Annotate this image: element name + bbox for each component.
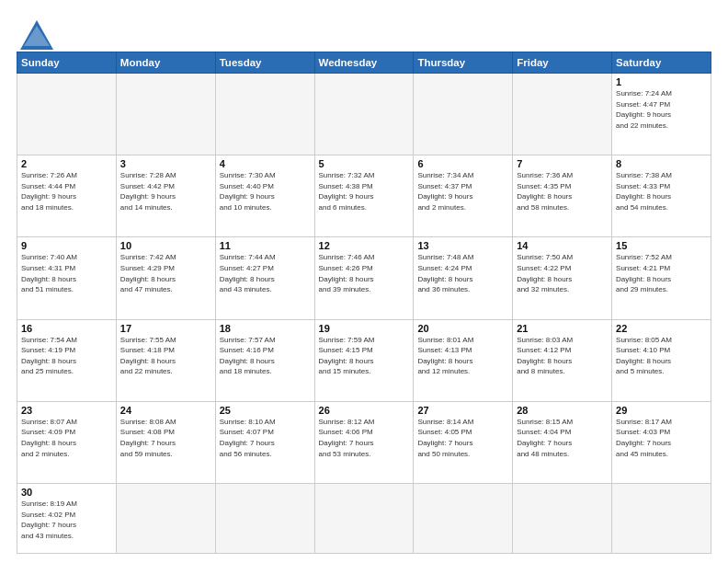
calendar-cell: 12Sunrise: 7:46 AM Sunset: 4:26 PM Dayli… bbox=[314, 237, 414, 319]
day-number: 21 bbox=[517, 323, 608, 334]
day-info: Sunrise: 7:34 AM Sunset: 4:37 PM Dayligh… bbox=[417, 170, 508, 213]
calendar-cell bbox=[314, 484, 414, 554]
day-number: 16 bbox=[21, 323, 112, 334]
calendar-week-1: 2Sunrise: 7:26 AM Sunset: 4:44 PM Daylig… bbox=[17, 155, 711, 237]
calendar-cell bbox=[116, 74, 215, 155]
calendar-cell bbox=[215, 484, 314, 554]
day-info: Sunrise: 8:07 AM Sunset: 4:09 PM Dayligh… bbox=[21, 417, 112, 459]
day-info: Sunrise: 7:36 AM Sunset: 4:35 PM Dayligh… bbox=[517, 170, 608, 213]
day-number: 25 bbox=[220, 405, 311, 416]
calendar-cell: 6Sunrise: 7:34 AM Sunset: 4:37 PM Daylig… bbox=[414, 155, 513, 237]
calendar-cell: 5Sunrise: 7:32 AM Sunset: 4:38 PM Daylig… bbox=[314, 155, 414, 237]
calendar-cell: 3Sunrise: 7:28 AM Sunset: 4:42 PM Daylig… bbox=[116, 155, 215, 237]
calendar-cell: 9Sunrise: 7:40 AM Sunset: 4:31 PM Daylig… bbox=[17, 237, 117, 319]
calendar-cell bbox=[612, 484, 711, 554]
day-number: 14 bbox=[517, 240, 608, 251]
day-info: Sunrise: 7:44 AM Sunset: 4:27 PM Dayligh… bbox=[220, 252, 311, 294]
calendar-cell: 2Sunrise: 7:26 AM Sunset: 4:44 PM Daylig… bbox=[17, 155, 117, 237]
day-number: 10 bbox=[120, 240, 211, 251]
calendar-cell: 11Sunrise: 7:44 AM Sunset: 4:27 PM Dayli… bbox=[215, 237, 314, 319]
calendar-cell: 26Sunrise: 8:12 AM Sunset: 4:06 PM Dayli… bbox=[314, 401, 414, 483]
calendar-cell: 8Sunrise: 7:38 AM Sunset: 4:33 PM Daylig… bbox=[612, 155, 711, 237]
day-number: 18 bbox=[220, 323, 311, 334]
calendar-cell bbox=[513, 74, 612, 155]
calendar-cell bbox=[116, 484, 215, 554]
calendar-cell: 10Sunrise: 7:42 AM Sunset: 4:29 PM Dayli… bbox=[116, 237, 215, 319]
day-info: Sunrise: 7:24 AM Sunset: 4:47 PM Dayligh… bbox=[616, 88, 707, 131]
calendar-cell: 30Sunrise: 8:19 AM Sunset: 4:02 PM Dayli… bbox=[17, 484, 117, 554]
day-info: Sunrise: 7:55 AM Sunset: 4:18 PM Dayligh… bbox=[120, 335, 211, 377]
calendar-cell: 14Sunrise: 7:50 AM Sunset: 4:22 PM Dayli… bbox=[513, 237, 612, 319]
day-number: 24 bbox=[120, 405, 211, 416]
col-header-sunday: Sunday bbox=[17, 52, 117, 74]
day-info: Sunrise: 7:52 AM Sunset: 4:21 PM Dayligh… bbox=[616, 252, 707, 294]
calendar-cell: 23Sunrise: 8:07 AM Sunset: 4:09 PM Dayli… bbox=[17, 401, 117, 483]
day-number: 6 bbox=[417, 158, 508, 169]
page: SundayMondayTuesdayWednesdayThursdayFrid… bbox=[0, 0, 728, 563]
calendar-cell bbox=[513, 484, 612, 554]
col-header-wednesday: Wednesday bbox=[314, 52, 414, 74]
calendar-cell bbox=[215, 74, 314, 155]
calendar-cell: 16Sunrise: 7:54 AM Sunset: 4:19 PM Dayli… bbox=[17, 319, 117, 401]
calendar-cell bbox=[314, 74, 414, 155]
day-number: 30 bbox=[21, 487, 112, 498]
calendar-cell: 18Sunrise: 7:57 AM Sunset: 4:16 PM Dayli… bbox=[215, 319, 314, 401]
day-info: Sunrise: 8:08 AM Sunset: 4:08 PM Dayligh… bbox=[120, 417, 211, 459]
calendar-cell bbox=[17, 74, 117, 155]
day-info: Sunrise: 7:32 AM Sunset: 4:38 PM Dayligh… bbox=[319, 170, 410, 213]
day-number: 19 bbox=[319, 323, 410, 334]
calendar-header-row: SundayMondayTuesdayWednesdayThursdayFrid… bbox=[17, 52, 711, 74]
calendar-cell: 24Sunrise: 8:08 AM Sunset: 4:08 PM Dayli… bbox=[116, 401, 215, 483]
calendar-cell bbox=[414, 484, 513, 554]
day-info: Sunrise: 7:50 AM Sunset: 4:22 PM Dayligh… bbox=[517, 252, 608, 294]
day-info: Sunrise: 7:57 AM Sunset: 4:16 PM Dayligh… bbox=[220, 335, 311, 377]
calendar-cell: 7Sunrise: 7:36 AM Sunset: 4:35 PM Daylig… bbox=[513, 155, 612, 237]
day-number: 2 bbox=[21, 158, 112, 169]
calendar-week-3: 16Sunrise: 7:54 AM Sunset: 4:19 PM Dayli… bbox=[17, 319, 711, 401]
day-info: Sunrise: 7:48 AM Sunset: 4:24 PM Dayligh… bbox=[417, 252, 508, 294]
calendar-cell: 21Sunrise: 8:03 AM Sunset: 4:12 PM Dayli… bbox=[513, 319, 612, 401]
calendar-week-4: 23Sunrise: 8:07 AM Sunset: 4:09 PM Dayli… bbox=[17, 401, 711, 483]
day-number: 29 bbox=[616, 405, 707, 416]
day-number: 11 bbox=[220, 240, 311, 251]
day-number: 15 bbox=[616, 240, 707, 251]
day-info: Sunrise: 7:26 AM Sunset: 4:44 PM Dayligh… bbox=[21, 170, 112, 213]
day-number: 27 bbox=[417, 405, 508, 416]
calendar-cell: 19Sunrise: 7:59 AM Sunset: 4:15 PM Dayli… bbox=[314, 319, 414, 401]
day-number: 8 bbox=[616, 158, 707, 169]
day-info: Sunrise: 7:46 AM Sunset: 4:26 PM Dayligh… bbox=[319, 252, 410, 294]
day-info: Sunrise: 7:30 AM Sunset: 4:40 PM Dayligh… bbox=[220, 170, 311, 213]
col-header-tuesday: Tuesday bbox=[215, 52, 314, 74]
calendar-week-2: 9Sunrise: 7:40 AM Sunset: 4:31 PM Daylig… bbox=[17, 237, 711, 319]
day-info: Sunrise: 7:42 AM Sunset: 4:29 PM Dayligh… bbox=[120, 252, 211, 294]
day-number: 1 bbox=[616, 76, 707, 87]
calendar-cell: 17Sunrise: 7:55 AM Sunset: 4:18 PM Dayli… bbox=[116, 319, 215, 401]
day-number: 17 bbox=[120, 323, 211, 334]
calendar-cell: 1Sunrise: 7:24 AM Sunset: 4:47 PM Daylig… bbox=[612, 74, 711, 155]
day-info: Sunrise: 7:38 AM Sunset: 4:33 PM Dayligh… bbox=[616, 170, 707, 213]
svg-marker-1 bbox=[24, 26, 50, 46]
logo bbox=[17, 20, 48, 46]
day-info: Sunrise: 8:10 AM Sunset: 4:07 PM Dayligh… bbox=[220, 417, 311, 459]
calendar-cell: 28Sunrise: 8:15 AM Sunset: 4:04 PM Dayli… bbox=[513, 401, 612, 483]
col-header-saturday: Saturday bbox=[612, 52, 711, 74]
day-info: Sunrise: 8:05 AM Sunset: 4:10 PM Dayligh… bbox=[616, 335, 707, 377]
day-number: 28 bbox=[517, 405, 608, 416]
calendar-cell: 4Sunrise: 7:30 AM Sunset: 4:40 PM Daylig… bbox=[215, 155, 314, 237]
calendar-cell: 13Sunrise: 7:48 AM Sunset: 4:24 PM Dayli… bbox=[414, 237, 513, 319]
col-header-thursday: Thursday bbox=[414, 52, 513, 74]
day-info: Sunrise: 7:59 AM Sunset: 4:15 PM Dayligh… bbox=[319, 335, 410, 377]
day-info: Sunrise: 7:28 AM Sunset: 4:42 PM Dayligh… bbox=[120, 170, 211, 213]
day-number: 13 bbox=[417, 240, 508, 251]
day-info: Sunrise: 7:40 AM Sunset: 4:31 PM Dayligh… bbox=[21, 252, 112, 294]
day-info: Sunrise: 8:12 AM Sunset: 4:06 PM Dayligh… bbox=[319, 417, 410, 459]
calendar-week-5: 30Sunrise: 8:19 AM Sunset: 4:02 PM Dayli… bbox=[17, 484, 711, 554]
col-header-friday: Friday bbox=[513, 52, 612, 74]
day-number: 12 bbox=[319, 240, 410, 251]
header bbox=[17, 17, 711, 46]
calendar-cell: 25Sunrise: 8:10 AM Sunset: 4:07 PM Dayli… bbox=[215, 401, 314, 483]
day-number: 9 bbox=[21, 240, 112, 251]
day-info: Sunrise: 8:14 AM Sunset: 4:05 PM Dayligh… bbox=[417, 417, 508, 459]
calendar-cell: 22Sunrise: 8:05 AM Sunset: 4:10 PM Dayli… bbox=[612, 319, 711, 401]
calendar-cell: 20Sunrise: 8:01 AM Sunset: 4:13 PM Dayli… bbox=[414, 319, 513, 401]
